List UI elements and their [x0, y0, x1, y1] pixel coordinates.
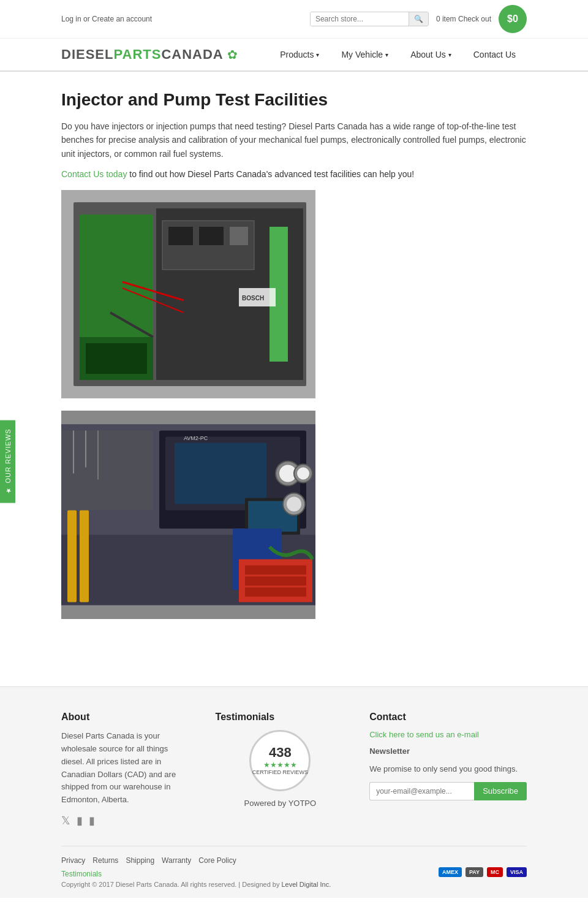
- footer-columns: About Diesel Parts Canada is your wholes…: [61, 712, 527, 827]
- svg-point-38: [297, 468, 309, 480]
- nav-item-contactus[interactable]: Contact Us: [462, 45, 527, 64]
- chevron-down-icon-2: ▾: [385, 51, 388, 58]
- svg-rect-13: [86, 343, 147, 374]
- svg-rect-30: [245, 588, 306, 597]
- search-button[interactable]: 🔍: [409, 12, 428, 26]
- cart-info: 0 item Check out: [436, 15, 491, 23]
- nav-label-contactus: Contact Us: [473, 50, 516, 59]
- spacer: [0, 650, 588, 686]
- nav-link-myvehicle[interactable]: My Vehicle ▾: [330, 45, 399, 64]
- nav-item-myvehicle[interactable]: My Vehicle ▾: [330, 45, 399, 64]
- svg-rect-22: [175, 443, 266, 504]
- logo-text: DIESELPARTSCANADA: [61, 47, 224, 63]
- footer-bottom: Privacy Returns Shipping Warranty Core P…: [61, 846, 527, 898]
- footer-social: 𝕏 ▮ ▮: [61, 814, 191, 827]
- badge-label: CERTIFIED REVIEWS: [252, 769, 308, 777]
- footer-testimonials-link: Testimonials: [61, 868, 331, 878]
- newsletter-email-input[interactable]: [369, 782, 474, 800]
- footer-link-warranty[interactable]: Warranty: [162, 856, 191, 865]
- footer-col-testimonials: Testimonials 438 ★★★★★ CERTIFIED REVIEWS…: [216, 712, 345, 827]
- cart-item-count: 0 item: [436, 15, 456, 23]
- nav-label-aboutus: About Us: [410, 50, 446, 59]
- svg-rect-18: [67, 511, 77, 602]
- testimonials-badge: 438 ★★★★★ CERTIFIED REVIEWS: [249, 730, 311, 791]
- facility-image-2: AVM2-PC: [61, 411, 315, 619]
- logo-canada: CANADA: [161, 47, 223, 62]
- footer-contact-heading: Contact: [369, 712, 527, 723]
- nav-item-products[interactable]: Products ▾: [269, 45, 330, 64]
- badge-number: 438: [269, 745, 292, 761]
- footer-col-contact: Contact Click here to send us an e-mail …: [369, 712, 527, 827]
- create-account-link[interactable]: Create an account: [92, 15, 152, 23]
- or-separator: or: [81, 15, 92, 23]
- nav-link-contactus[interactable]: Contact Us: [462, 45, 527, 64]
- top-bar-right: 🔍 0 item Check out $0: [310, 5, 527, 33]
- newsletter-form: Subscribe: [369, 782, 527, 800]
- svg-rect-31: [61, 431, 153, 511]
- reviews-star-icon: ★: [4, 486, 12, 495]
- footer-col-about: About Diesel Parts Canada is your wholes…: [61, 712, 191, 827]
- footer-link-shipping[interactable]: Shipping: [126, 856, 154, 865]
- nav-bar: DIESELPARTSCANADA ✿ Products ▾ My Vehicl…: [0, 39, 588, 72]
- newsletter-description: We promise to only send you good things.: [369, 763, 527, 776]
- copyright: Copyright © 2017 Diesel Parts Canada. Al…: [61, 881, 331, 888]
- nav-links: Products ▾ My Vehicle ▾ About Us ▾ Conta…: [269, 45, 527, 64]
- twitter-icon[interactable]: 𝕏: [61, 814, 70, 827]
- mastercard-icon: MC: [487, 867, 503, 877]
- footer-bottom-left: Privacy Returns Shipping Warranty Core P…: [61, 856, 331, 888]
- footer-testimonials-heading: Testimonials: [216, 712, 345, 723]
- search-input[interactable]: [311, 12, 409, 26]
- visa-icon: VISA: [507, 867, 527, 877]
- chevron-down-icon-3: ▾: [448, 51, 451, 58]
- svg-rect-28: [245, 566, 306, 575]
- payment-icons: AMEX PAY MC VISA: [439, 867, 527, 877]
- nav-link-aboutus[interactable]: About Us ▾: [399, 45, 462, 64]
- checkout-link[interactable]: Check out: [458, 15, 491, 23]
- page-description: Do you have injectors or injection pumps…: [61, 120, 527, 161]
- svg-rect-19: [80, 511, 89, 602]
- search-form: 🔍: [310, 12, 429, 26]
- logo-maple-icon: ✿: [227, 47, 238, 62]
- top-bar: Log in or Create an account 🔍 0 item Che…: [0, 0, 588, 39]
- login-link[interactable]: Log in: [61, 15, 81, 23]
- svg-text:AVM2-PC: AVM2-PC: [184, 435, 208, 441]
- footer-link-testimonials[interactable]: Testimonials: [61, 870, 102, 878]
- footer-about-text: Diesel Parts Canada is your wholesale so…: [61, 730, 191, 807]
- footer-links: Privacy Returns Shipping Warranty Core P…: [61, 856, 331, 865]
- facility-image-1: BOSCH: [61, 190, 315, 398]
- cart-badge[interactable]: $0: [499, 5, 527, 33]
- page-title: Injector and Pump Test Facilities: [61, 90, 527, 110]
- contact-us-link[interactable]: Contact Us today: [61, 169, 127, 179]
- logo-diesel: DIESEL: [61, 47, 113, 62]
- footer-link-privacy[interactable]: Privacy: [61, 856, 85, 865]
- footer-link-corepolicy[interactable]: Core Policy: [198, 856, 236, 865]
- svg-rect-8: [230, 227, 248, 245]
- newsletter-heading: Newsletter: [369, 745, 527, 758]
- payment-icon-2: PAY: [466, 867, 483, 877]
- email-link[interactable]: Click here to send us an e-mail: [369, 730, 527, 739]
- nav-item-aboutus[interactable]: About Us ▾: [399, 45, 462, 64]
- amex-icon: AMEX: [439, 867, 462, 877]
- svg-text:BOSCH: BOSCH: [242, 295, 264, 302]
- logo[interactable]: DIESELPARTSCANADA ✿: [61, 47, 238, 63]
- footer-link-returns[interactable]: Returns: [92, 856, 118, 865]
- designer-link[interactable]: Level Digital Inc.: [282, 881, 331, 888]
- subscribe-button[interactable]: Subscribe: [474, 782, 527, 800]
- svg-rect-29: [245, 577, 306, 586]
- svg-point-40: [287, 497, 301, 512]
- footer: About Diesel Parts Canada is your wholes…: [0, 686, 588, 898]
- cart-total: $0: [507, 13, 518, 25]
- nav-link-products[interactable]: Products ▾: [269, 45, 330, 64]
- reviews-tab[interactable]: ★ OUR REVIEWS: [0, 420, 15, 503]
- powered-by: Powered by YOTPO: [216, 797, 345, 810]
- contact-line-suffix: to find out how Diesel Parts Canada's ad…: [127, 169, 414, 179]
- footer-about-heading: About: [61, 712, 191, 723]
- rss-icon[interactable]: ▮: [89, 814, 95, 827]
- svg-rect-6: [168, 227, 193, 245]
- logo-parts: PARTS: [113, 47, 161, 62]
- chevron-down-icon: ▾: [316, 51, 319, 58]
- top-bar-auth: Log in or Create an account: [61, 15, 152, 23]
- badge-stars: ★★★★★: [263, 761, 297, 769]
- facebook-icon[interactable]: ▮: [77, 814, 83, 827]
- nav-label-myvehicle: My Vehicle: [341, 50, 383, 59]
